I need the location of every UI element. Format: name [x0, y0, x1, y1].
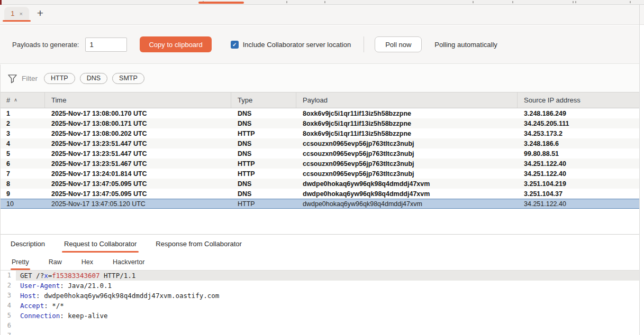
filter-pill-http[interactable]: HTTP [44, 73, 75, 84]
table-cell: 6 [0, 159, 45, 169]
tab-label-remnant [286, 1, 287, 3]
table-cell: 3.248.186.249 [518, 108, 639, 118]
table-cell: HTTP [231, 169, 296, 179]
burp-collaborator-window: 1 × + Payloads to generate: Copy to clip… [0, 0, 644, 335]
table-cell: dwdpe0hokaq6yw96qk98q4dmddj47xvm [296, 189, 518, 199]
table-cell: DNS [231, 179, 296, 189]
table-cell: HTTP [231, 128, 296, 138]
column-header-label: # [6, 96, 10, 104]
table-cell: 7 [0, 169, 45, 179]
payloads-count-input[interactable] [85, 38, 127, 52]
collaborator-toolbar: Payloads to generate: Copy to clipboard … [0, 25, 639, 64]
subtab-pretty[interactable]: Pretty [12, 254, 29, 270]
detail-tab-request-to-collaborator[interactable]: Request to Collaborator [64, 240, 137, 253]
detail-tab-bar: DescriptionRequest to CollaboratorRespon… [0, 235, 639, 254]
table-row[interactable]: 22025-Nov-17 13:08:00.171 UTCDNS8oxk6v9j… [0, 118, 639, 128]
table-cell: 10 [0, 199, 45, 208]
filter-pills: HTTPDNSSMTP [44, 73, 144, 84]
column-header-label: Time [51, 96, 66, 104]
table-cell: DNS [231, 108, 296, 118]
table-cell: HTTP [231, 199, 296, 208]
column-header-type[interactable]: Type [231, 92, 296, 108]
filter-pill-dns[interactable]: DNS [80, 73, 107, 84]
table-cell: 8oxk6v9jc5i1qr11if13iz5h58bzzpne [296, 128, 518, 138]
table-cell: 34.251.122.40 [518, 159, 639, 169]
table-cell: 34.253.173.2 [518, 128, 639, 138]
line-number: 4 [0, 301, 16, 311]
table-cell: DNS [231, 148, 296, 159]
editor-line: 7 [0, 331, 639, 335]
table-cell: 2025-Nov-17 13:23:51.447 UTC [45, 148, 231, 159]
column-header-time[interactable]: Time [45, 92, 231, 108]
table-cell: 2 [0, 118, 45, 128]
table-row[interactable]: 52025-Nov-17 13:23:51.447 UTCDNSccsouzxn… [0, 148, 639, 159]
column-header--[interactable]: #∧ [0, 92, 45, 108]
subtab-hackvertor[interactable]: Hackvertor [113, 254, 144, 270]
tab-label-remnant [575, 1, 576, 3]
new-tab-button[interactable]: + [33, 6, 47, 20]
column-header-label: Payload [303, 96, 328, 104]
tab-label-remnant [630, 1, 631, 3]
request-editor[interactable]: 1GET /?x=f15383343607 HTTP/1.12User-Agen… [0, 271, 639, 335]
table-row[interactable]: 72025-Nov-17 13:24:01.814 UTCHTTPccsouzx… [0, 169, 639, 179]
table-cell: 34.251.122.40 [518, 169, 639, 179]
line-number: 7 [0, 331, 16, 335]
table-cell: 5 [0, 148, 45, 159]
editor-line: 1GET /?x=f15383343607 HTTP/1.1 [0, 271, 639, 281]
interactions-table: #∧TimeTypePayloadSource IP address 12025… [0, 92, 639, 209]
table-cell: DNS [231, 118, 296, 128]
table-cell: 2025-Nov-17 13:47:05.120 UTC [45, 199, 231, 208]
poll-now-button[interactable]: Poll now [375, 36, 422, 52]
table-cell: 2025-Nov-17 13:08:00.202 UTC [45, 128, 231, 138]
table-cell: 2025-Nov-17 13:24:01.814 UTC [45, 169, 231, 179]
table-cell: 34.251.122.40 [518, 199, 639, 208]
table-cell: 8 [0, 179, 45, 189]
table-row[interactable]: 82025-Nov-17 13:47:05.095 UTCDNSdwdpe0ho… [0, 179, 639, 189]
table-cell: 3.251.104.219 [518, 179, 639, 189]
include-server-location-label: Include Collaborator server location [243, 41, 351, 49]
table-cell: 2025-Nov-17 13:47:05.095 UTC [45, 179, 231, 189]
detail-tab-response-from-collaborator[interactable]: Response from Collaborator [156, 240, 242, 253]
subtab-raw[interactable]: Raw [49, 254, 62, 270]
copy-to-clipboard-button[interactable]: Copy to clipboard [140, 36, 211, 52]
table-row[interactable]: 12025-Nov-17 13:08:00.170 UTCDNS8oxk6v9j… [0, 108, 639, 118]
table-cell: DNS [231, 189, 296, 199]
table-cell: 2025-Nov-17 13:47:05.095 UTC [45, 189, 231, 199]
subtab-hex[interactable]: Hex [81, 254, 93, 270]
table-row[interactable]: 32025-Nov-17 13:08:00.202 UTCHTTP8oxk6v9… [0, 128, 639, 138]
selected-main-tab-underline [198, 2, 244, 4]
line-number: 2 [0, 281, 16, 291]
table-row[interactable]: 42025-Nov-17 13:23:51.447 UTCDNSccsouzxn… [0, 138, 639, 148]
include-server-location-checkbox-row[interactable]: ✓ Include Collaborator server location [231, 41, 351, 49]
table-cell: 8oxk6v9jc5i1qr11if13iz5h58bzzpne [296, 108, 518, 118]
collaborator-tab-bar: 1 × + [0, 5, 644, 25]
table-cell: 4 [0, 138, 45, 148]
table-cell: 3 [0, 128, 45, 138]
table-cell: dwdpe0hokaq6yw96qk98q4dmddj47xvm [296, 199, 518, 208]
column-header-payload[interactable]: Payload [296, 92, 518, 108]
table-row[interactable]: 62025-Nov-17 13:23:51.467 UTCHTTPccsouzx… [0, 159, 639, 169]
filter-bar: Filter HTTPDNSSMTP [0, 64, 639, 92]
checkbox-checked[interactable]: ✓ [231, 41, 239, 49]
table-cell: 2025-Nov-17 13:08:00.171 UTC [45, 118, 231, 128]
filter-pill-smtp[interactable]: SMTP [112, 73, 144, 84]
table-body: 12025-Nov-17 13:08:00.170 UTCDNS8oxk6v9j… [0, 108, 639, 209]
column-header-source-ip-address[interactable]: Source IP address [518, 92, 639, 108]
table-cell: DNS [231, 138, 296, 148]
table-cell: HTTP [231, 159, 296, 169]
line-number: 1 [0, 271, 16, 281]
collaborator-tab-1[interactable]: 1 × [4, 7, 29, 20]
detail-tab-description[interactable]: Description [11, 240, 45, 253]
table-cell: ccsouzxn0965evp56jp763tltcz3nubj [296, 148, 518, 159]
close-icon[interactable]: × [19, 11, 22, 17]
table-row[interactable]: 92025-Nov-17 13:47:05.095 UTCDNSdwdpe0ho… [0, 189, 639, 199]
payloads-to-generate-label: Payloads to generate: [12, 41, 79, 49]
table-row-selected[interactable]: 102025-Nov-17 13:47:05.120 UTCHTTPdwdpe0… [0, 199, 639, 209]
filter-funnel-icon[interactable] [7, 73, 17, 83]
polling-status-text: Polling automatically [434, 41, 497, 49]
column-header-label: Source IP address [524, 96, 580, 104]
table-cell: 8oxk6v9jc5i1qr11if13iz5h58bzzpne [296, 118, 518, 128]
table-header-row: #∧TimeTypePayloadSource IP address [0, 92, 639, 108]
tab-label-remnant [473, 1, 474, 3]
column-header-label: Type [238, 96, 252, 104]
